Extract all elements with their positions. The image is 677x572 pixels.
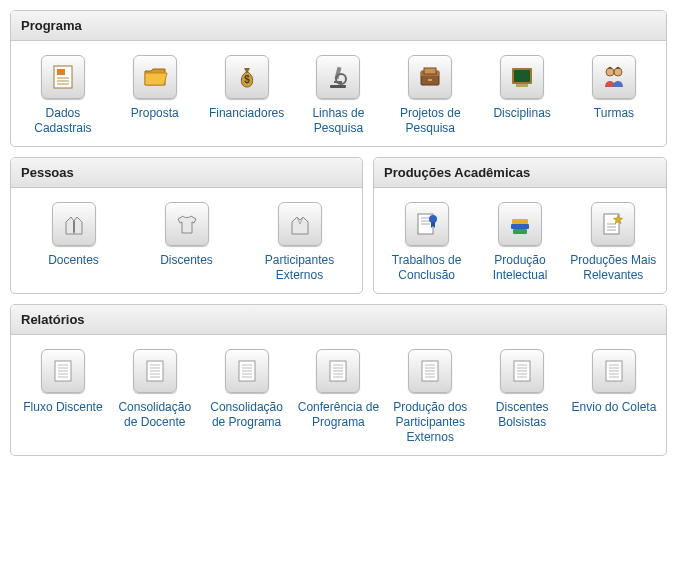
svg-rect-15 [514, 70, 530, 82]
chalkboard-icon [500, 55, 544, 99]
item-discentes-bolsistas[interactable]: Discentes Bolsistas [478, 349, 566, 445]
item-label: Produção dos Participantes Externos [386, 400, 474, 445]
svg-point-23 [429, 215, 437, 223]
item-producao-intelectual[interactable]: Produção Intelectual [476, 202, 564, 283]
item-label: Discentes [160, 253, 213, 268]
panel-programa-header: Programa [11, 11, 666, 41]
panel-programa-body: Dados Cadastrais Proposta $ Financiadore… [11, 41, 666, 146]
svg-point-17 [606, 68, 614, 76]
item-linhas-pesquisa[interactable]: Linhas de Pesquisa [294, 55, 382, 136]
panel-relatorios-header: Relatórios [11, 305, 666, 335]
panel-pessoas: Pessoas Docentes Discentes [10, 157, 363, 294]
svg-rect-12 [424, 68, 436, 74]
item-trabalhos-conclusao[interactable]: Trabalhos de Conclusão [383, 202, 471, 283]
item-label: Produção Intelectual [476, 253, 564, 283]
svg-point-18 [614, 68, 622, 76]
svg-rect-24 [511, 224, 529, 229]
report-icon [316, 349, 360, 393]
item-label: Financiadores [209, 106, 284, 121]
folder-icon [133, 55, 177, 99]
svg-rect-6 [330, 85, 346, 88]
svg-text:$: $ [244, 74, 250, 85]
item-label: Dados Cadastrais [19, 106, 107, 136]
report-icon [41, 349, 85, 393]
panel-pessoas-body: Docentes Discentes Participantes Ex [11, 188, 362, 293]
panel-producoes-header: Produções Acadêmicas [374, 158, 666, 188]
item-participantes-externos[interactable]: Participantes Externos [250, 202, 350, 283]
item-turmas[interactable]: Turmas [570, 55, 658, 136]
svg-rect-16 [516, 84, 528, 87]
report-icon [592, 349, 636, 393]
tshirt-icon [165, 202, 209, 246]
item-label: Consolidação de Programa [203, 400, 291, 430]
item-conferencia-programa[interactable]: Conferência de Programa [294, 349, 382, 445]
item-dados-cadastrais[interactable]: Dados Cadastrais [19, 55, 107, 136]
svg-rect-25 [512, 219, 528, 224]
item-envio-coleta[interactable]: Envio do Coleta [570, 349, 658, 445]
svg-rect-13 [428, 79, 432, 81]
item-label: Trabalhos de Conclusão [383, 253, 471, 283]
shirt-tie-icon [52, 202, 96, 246]
item-disciplinas[interactable]: Disciplinas [478, 55, 566, 136]
panel-pessoas-header: Pessoas [11, 158, 362, 188]
report-icon [500, 349, 544, 393]
microscope-icon [316, 55, 360, 99]
item-fluxo-discente[interactable]: Fluxo Discente [19, 349, 107, 445]
moneybag-icon: $ [225, 55, 269, 99]
report-icon [133, 349, 177, 393]
document-icon [41, 55, 85, 99]
svg-rect-1 [57, 69, 65, 75]
item-projetos-pesquisa[interactable]: Projetos de Pesquisa [386, 55, 474, 136]
books-icon [498, 202, 542, 246]
item-consolidacao-programa[interactable]: Consolidação de Programa [203, 349, 291, 445]
panel-relatorios-body: Fluxo Discente Consolidação de Docente [11, 335, 666, 455]
item-label: Discentes Bolsistas [478, 400, 566, 430]
panel-relatorios: Relatórios Fluxo Discente [10, 304, 667, 456]
drawer-icon [408, 55, 452, 99]
item-label: Proposta [131, 106, 179, 121]
item-label: Turmas [594, 106, 634, 121]
item-financiadores[interactable]: $ Financiadores [203, 55, 291, 136]
item-consolidacao-docente[interactable]: Consolidação de Docente [111, 349, 199, 445]
item-label: Fluxo Discente [23, 400, 102, 415]
panel-producoes: Produções Acadêmicas Trabalhos de Conclu… [373, 157, 667, 294]
shirt-plain-icon [278, 202, 322, 246]
report-icon [225, 349, 269, 393]
item-label: Envio do Coleta [572, 400, 657, 415]
panel-producoes-body: Trabalhos de Conclusão Produção Intelect… [374, 188, 666, 293]
item-label: Produções Mais Relevantes [569, 253, 657, 283]
report-icon [408, 349, 452, 393]
item-producao-participantes-externos[interactable]: Produção dos Participantes Externos [386, 349, 474, 445]
item-label: Projetos de Pesquisa [386, 106, 474, 136]
panel-programa: Programa Dados Cadastrais P [10, 10, 667, 147]
item-producoes-relevantes[interactable]: Produções Mais Relevantes [569, 202, 657, 283]
item-discentes[interactable]: Discentes [137, 202, 237, 283]
item-proposta[interactable]: Proposta [111, 55, 199, 136]
item-label: Consolidação de Docente [111, 400, 199, 430]
item-label: Linhas de Pesquisa [294, 106, 382, 136]
svg-rect-9 [334, 81, 342, 83]
svg-rect-26 [513, 229, 527, 234]
item-label: Docentes [48, 253, 99, 268]
item-label: Disciplinas [493, 106, 550, 121]
item-docentes[interactable]: Docentes [24, 202, 124, 283]
item-label: Participantes Externos [250, 253, 350, 283]
star-badge-icon [591, 202, 635, 246]
item-label: Conferência de Programa [294, 400, 382, 430]
people-icon [592, 55, 636, 99]
certificate-icon [405, 202, 449, 246]
